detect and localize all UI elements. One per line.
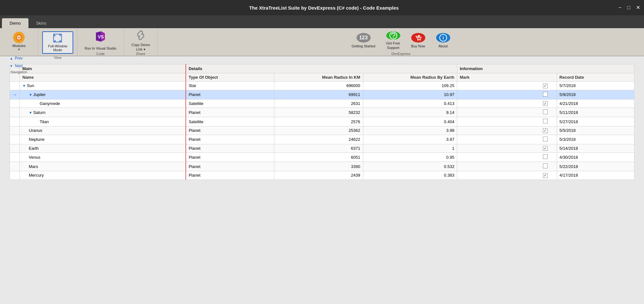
cell-radius-earth: 0.95 — [363, 153, 457, 162]
table-row[interactable]: ▼SaturnPlanet582329.145/11/2018 — [10, 108, 634, 117]
expand-icon[interactable]: ▼ — [29, 111, 32, 115]
cell-mark[interactable] — [457, 135, 557, 144]
expand-icon[interactable]: ▼ — [29, 93, 32, 97]
restore-button[interactable]: □ — [627, 5, 630, 10]
group-header-details: Details — [186, 64, 457, 73]
modules-button[interactable]: Modules ▼ — [7, 30, 31, 53]
table-row[interactable]: MarsPlanet33900.5325/22/2018 — [10, 162, 634, 171]
col-radius-km[interactable]: Mean Radius In KM — [274, 73, 363, 82]
cell-mark[interactable] — [457, 153, 557, 162]
table-row[interactable]: UranusPlanet253623.98✓5/5/2018 — [10, 126, 634, 135]
table-row[interactable]: GanymedeSatellite26310.413✓4/21/2018 — [10, 99, 634, 108]
cell-mark[interactable] — [457, 90, 557, 99]
cell-radius-km: 6371 — [274, 144, 363, 153]
mark-checkbox[interactable]: ✓ — [543, 128, 548, 133]
cell-mark[interactable]: ✓ — [457, 99, 557, 108]
fullwindow-mode-button[interactable]: Full-WindowMode — [42, 31, 73, 54]
cell-type: Planet — [186, 171, 274, 180]
chain-icon — [135, 30, 146, 41]
mark-checkbox[interactable] — [543, 137, 548, 141]
table-row[interactable]: TitanSatellite25760.4045/27/2018 — [10, 117, 634, 126]
mark-checkbox[interactable] — [543, 92, 548, 97]
mark-checkbox[interactable] — [543, 109, 548, 114]
getting-started-button[interactable]: 123 Getting Started — [347, 31, 380, 51]
svg-point-12 — [420, 40, 420, 41]
cell-type: Planet — [186, 153, 274, 162]
cell-mark[interactable] — [457, 117, 557, 126]
expand-icon[interactable]: ▼ — [22, 84, 26, 88]
cell-mark[interactable] — [457, 162, 557, 171]
cell-radius-km: 58232 — [274, 108, 363, 117]
table-row[interactable]: NeptunePlanet246223.875/3/2018 — [10, 135, 634, 144]
buy-now-button[interactable]: Buy Now — [406, 31, 430, 51]
cell-type: Planet — [186, 108, 274, 117]
run-in-vs-button[interactable]: VS Run In Visual Studio — [80, 31, 121, 51]
mark-checkbox[interactable] — [543, 154, 548, 159]
cell-name: Ganymede — [20, 99, 186, 108]
cell-type: Star — [186, 82, 274, 90]
svg-point-10 — [393, 36, 394, 37]
copy-demo-link-button[interactable]: Copy DemoLink ▾ — [127, 31, 155, 51]
cell-mark[interactable]: ✓ — [457, 171, 557, 180]
col-mark[interactable]: Mark — [457, 73, 557, 82]
mark-checkbox[interactable] — [543, 164, 548, 168]
row-indicator: → — [10, 90, 20, 99]
cell-radius-earth: 0.413 — [363, 99, 457, 108]
table-row[interactable]: MercuryPlanet24390.383✓4/17/2018 — [10, 171, 634, 180]
col-radius-earth[interactable]: Mean Radius By Earth — [363, 73, 457, 82]
toolbar: Modules ▼ ▲ Prev ▼ Next Navigation — [0, 28, 644, 56]
cell-radius-km: 24622 — [274, 135, 363, 144]
cell-radius-km: 696000 — [274, 82, 363, 90]
about-button[interactable]: i About — [431, 31, 455, 51]
tab-demo[interactable]: Demo — [2, 18, 28, 28]
prev-button[interactable]: ▲ Prev — [6, 55, 32, 62]
table-row[interactable]: ▼SunStar696000109.25✓5/7/2018 — [10, 82, 634, 90]
main-content: Main Details Information Name Type Of Ob… — [0, 56, 644, 304]
close-button[interactable]: ✕ — [636, 5, 640, 10]
svg-text:i: i — [443, 35, 444, 40]
minimize-button[interactable]: − — [618, 5, 621, 10]
col-record-date[interactable]: Record Date — [557, 73, 634, 82]
tab-skins[interactable]: Skins — [28, 18, 54, 28]
row-indicator — [10, 99, 20, 108]
cell-mark[interactable]: ✓ — [457, 126, 557, 135]
table-row[interactable]: EarthPlanet63711✓5/14/2018 — [10, 144, 634, 153]
cell-name: ▼Jupiter — [20, 90, 186, 99]
mark-checkbox[interactable]: ✓ — [543, 84, 548, 88]
cell-name: Titan — [20, 117, 186, 126]
row-indicator — [10, 117, 20, 126]
cell-name: Uranus — [20, 126, 186, 135]
table-row[interactable]: →▼JupiterPlanet6991110.975/9/2018 — [10, 90, 634, 99]
mark-checkbox[interactable] — [543, 119, 548, 124]
col-type[interactable]: Type Of Object — [186, 73, 274, 82]
cell-radius-km: 2439 — [274, 171, 363, 180]
get-free-support-button[interactable]: Get FreeSupport — [381, 31, 405, 51]
modules-icon — [13, 32, 25, 43]
cell-type: Planet — [186, 135, 274, 144]
mark-checkbox[interactable]: ✓ — [543, 173, 548, 178]
row-indicator — [10, 108, 20, 117]
cell-radius-earth: 3.87 — [363, 135, 457, 144]
row-indicator — [10, 153, 20, 162]
svg-point-11 — [417, 40, 418, 41]
mark-checkbox[interactable]: ✓ — [543, 101, 548, 106]
mark-checkbox[interactable]: ✓ — [543, 146, 548, 151]
cell-mark[interactable] — [457, 108, 557, 117]
cell-name: ▼Saturn — [20, 108, 186, 117]
cell-type: Satellite — [186, 117, 274, 126]
col-indicator — [10, 73, 20, 82]
cell-mark[interactable]: ✓ — [457, 144, 557, 153]
col-name[interactable]: Name — [20, 73, 186, 82]
row-indicator — [10, 82, 20, 90]
cell-radius-km: 6051 — [274, 153, 363, 162]
cell-record-date: 5/3/2018 — [557, 135, 634, 144]
cell-record-date: 4/30/2018 — [557, 153, 634, 162]
cell-radius-km: 2576 — [274, 117, 363, 126]
cell-mark[interactable]: ✓ — [457, 82, 557, 90]
cell-radius-earth: 109.25 — [363, 82, 457, 90]
cell-record-date: 5/7/2018 — [557, 82, 634, 90]
cell-radius-km: 25362 — [274, 126, 363, 135]
cell-radius-earth: 3.98 — [363, 126, 457, 135]
cell-radius-earth: 0.383 — [363, 171, 457, 180]
table-row[interactable]: VenusPlanet60510.954/30/2018 — [10, 153, 634, 162]
